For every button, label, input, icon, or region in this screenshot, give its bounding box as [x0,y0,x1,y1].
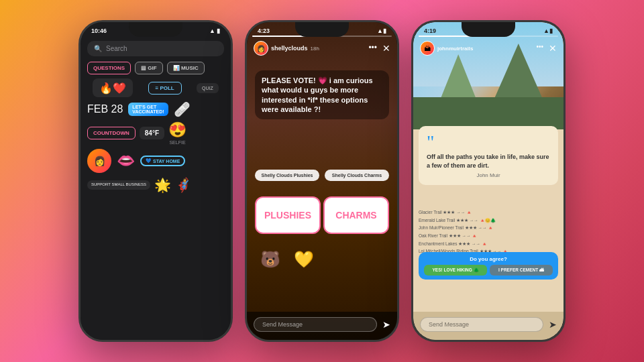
phone-quote: 4:19 ▲▮ 🏔 johnmuirtrails ••• ✕ " Off all… [411,20,566,342]
story-avatar-emoji: 👩 [257,45,265,52]
poll-sticker[interactable]: ≡ POLL [148,82,182,95]
sticker-content: 🔍 Search QUESTIONS ▤ GIF 📊 MUSIC 🔥❤️ [80,38,231,340]
phone3-header: 🏔 johnmuirtrails ••• ✕ [413,38,564,58]
more-button[interactable]: ••• [368,43,377,54]
date-sticker[interactable]: FEB 28 [87,103,123,115]
trees [413,97,564,129]
agree-title: Do you agree? [424,256,553,262]
avatar-row: 👩 👄 💙 STAY HOME [87,149,224,173]
questions-sticker[interactable]: QUESTIONS [87,62,131,74]
temperature-sticker[interactable]: 84°F [140,127,164,139]
phone3-avatar-icon: 🏔 [424,45,431,52]
time-3: 4:19 [424,27,436,34]
music-sticker[interactable]: 📊 MUSIC [167,62,205,74]
wifi-icon-2: ▲▮ [377,27,386,34]
character-sticker[interactable]: 🦸 [175,177,192,193]
sticker-row-1: QUESTIONS ▤ GIF 📊 MUSIC [87,62,224,74]
search-icon: 🔍 [94,45,102,52]
trail-item-4: Oak River Trail ★★★ →→ 🔺 [419,232,558,240]
charms-button[interactable]: CHARMS [323,196,389,234]
agree-box: Do you agree? YES! LOVE HIKING 🌲 I PREFE… [419,252,558,280]
story-username: shellyclouds [271,45,308,52]
trail-list: Glacier Trail ★★★ →→ 🔺 Emerald Lake Trai… [419,208,558,255]
heart-icon: 💙 [146,158,152,164]
close-story-button[interactable]: ✕ [382,43,390,54]
signal-icons-2: ▲▮ [377,27,386,34]
music-icon: 📊 [173,65,181,71]
send-button[interactable]: ➤ [382,319,390,330]
poll-option-labels: Shelly Clouds Plushies Shelly Clouds Cha… [255,170,389,181]
signal-icons-1: ▲ ▮ [209,27,220,34]
quote-box: " Off all the paths you take in life, ma… [419,126,558,185]
selfie-sticker[interactable]: 😍 SELFIE [168,121,186,145]
time-1: 10:46 [91,27,107,34]
trail-item-2: Emerald Lake Trail ★★★ →→ 🔺😊🌲 [419,217,558,225]
avatar-emoji: 👩 [94,156,105,166]
story-user-avatar: 👩 [254,41,268,56]
gif-icon: ▤ [141,65,148,71]
phone3-user-avatar: 🏔 [420,41,435,56]
agree-yes-button[interactable]: YES! LOVE HIKING 🌲 [424,265,487,276]
selfie-emoji: 😍 [168,121,186,139]
agree-buttons: YES! LOVE HIKING 🌲 I PREFER CEMENT 🏙 [424,265,553,276]
countdown-sticker[interactable]: COUNTDOWN [87,127,136,139]
support-row: SUPPORT SMALL BUSINESS 🌟 🦸 [87,177,224,193]
phone3-send-button[interactable]: ➤ [549,319,557,330]
quiz-sticker[interactable]: QUIZ [197,83,219,93]
mouthpiece-sticker[interactable]: 👄 [117,152,135,170]
status-bar-3: 4:19 ▲▮ [413,22,564,37]
search-bar[interactable]: 🔍 Search [87,41,224,56]
vaccinated-badge[interactable]: LET'S GETVACCINATED! [128,103,168,116]
gif-sticker[interactable]: ▤ GIF [135,62,163,74]
battery-icon: ▮ [217,27,220,34]
signal-icons-3: ▲▮ [543,27,553,34]
selfie-label: SELFIE [169,140,185,145]
poll-label-1[interactable]: Shelly Clouds Plushies [255,170,319,181]
agree-no-button[interactable]: I PREFER CEMENT 🏙 [490,265,553,276]
trail-item-3: John Muir/Pioneer Trail ★★★ →→ 🔺 [419,224,558,232]
poll-question: PLEASE VOTE! 💗 i am curious what would u… [255,70,389,119]
sun-sticker[interactable]: 🌟 [154,177,171,193]
sticker-row-3: COUNTDOWN 84°F 😍 SELFIE [87,121,224,145]
status-bar-2: 4:23 ▲▮ [247,22,397,37]
quote-mark: " [427,133,550,152]
wifi-icon-3: ▲▮ [543,27,553,34]
phone3-message-input[interactable]: Send Message [420,317,543,332]
bear-sticker: 🐻 [260,250,280,269]
sticker-row-2: 🔥❤️ ≡ POLL QUIZ [87,78,224,97]
trail-item-1: Glacier Trail ★★★ →→ 🔺 [419,208,558,217]
wifi-icon: ▲ [209,27,215,34]
message-input[interactable]: Send Message [254,317,377,332]
floating-stickers: 🐻 💛 [260,250,384,269]
user-avatar[interactable]: 👩 [87,149,111,173]
phone3-more-button[interactable]: ••• [536,43,543,54]
emoji-sticker[interactable]: 🔥❤️ [93,78,133,97]
bandage-sticker[interactable]: 🩹 [174,101,191,117]
phone2-header: 👩 shellyclouds 18h ••• ✕ [247,38,397,58]
support-badge[interactable]: SUPPORT SMALL BUSINESS [87,180,150,190]
story-time: 18h [311,46,319,52]
poll-label-2[interactable]: Shelly Clouds Charms [325,170,389,181]
phone-stickers: 10:46 ▲ ▮ 🔍 Search QUESTIONS ▤ GIF 📊 MUS… [78,20,233,342]
date-row: FEB 28 LET'S GETVACCINATED! 🩹 [87,101,224,117]
quote-author: John Muir [427,172,550,178]
stay-home-badge[interactable]: 💙 STAY HOME [140,156,185,166]
quote-text: Off all the paths you take in life, make… [427,153,550,170]
trail-item-5: Enchantment Lakes ★★★ →→ 🔺 [419,240,558,248]
poll-main-buttons: PLUSHIES CHARMS [255,196,389,234]
search-text: Search [106,45,127,52]
phone3-close-button[interactable]: ✕ [549,43,557,54]
fire-emoji: 🔥❤️ [99,82,126,95]
phone2-message-bar: Send Message ➤ [247,312,397,340]
heart-sticker: 💛 [294,250,314,269]
plushies-button[interactable]: PLUSHIES [255,196,321,234]
time-2: 4:23 [258,27,270,34]
phone3-message-bar: Send Message ➤ [413,312,564,340]
phone3-username: johnmuirtrails [437,46,473,52]
status-bar-1: 10:46 ▲ ▮ [80,22,231,37]
phone-poll: 4:23 ▲▮ 👩 shellyclouds 18h ••• ✕ PLEASE … [245,20,399,342]
